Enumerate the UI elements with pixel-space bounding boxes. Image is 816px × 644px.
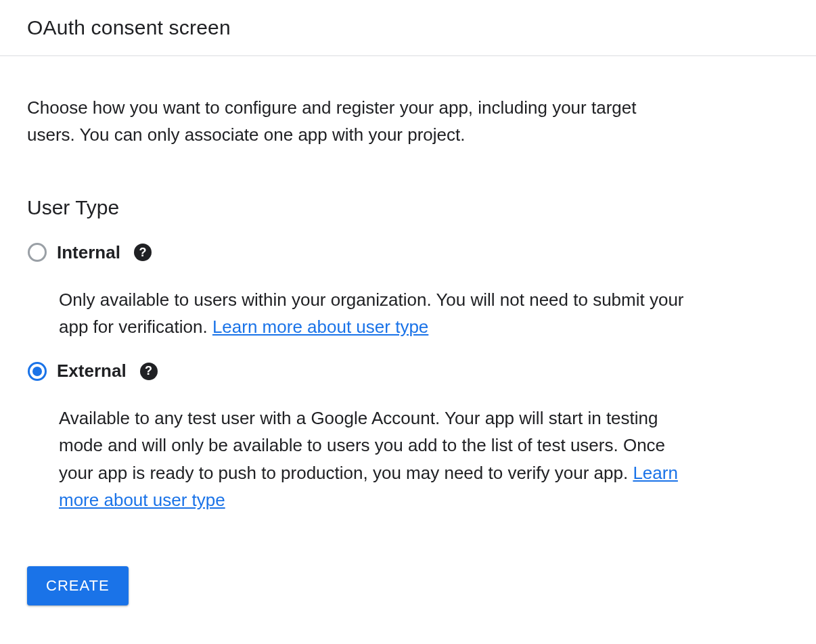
main-content: Choose how you want to configure and reg… xyxy=(0,56,731,632)
radio-option-internal: Internal ? Only available to users withi… xyxy=(27,242,704,341)
radio-label-external[interactable]: External xyxy=(57,361,127,382)
radio-external[interactable] xyxy=(27,361,47,382)
page-title: OAuth consent screen xyxy=(27,16,789,39)
radio-row-internal: Internal ? xyxy=(27,242,704,263)
radio-label-internal[interactable]: Internal xyxy=(57,242,120,263)
radio-dot-icon xyxy=(32,367,42,376)
external-description: Available to any test user with a Google… xyxy=(59,405,704,513)
radio-option-external: External ? Available to any test user wi… xyxy=(27,361,704,513)
radio-circle-selected-icon xyxy=(28,362,47,381)
external-description-text: Available to any test user with a Google… xyxy=(59,408,665,483)
internal-description: Only available to users within your orga… xyxy=(59,286,704,341)
radio-row-external: External ? xyxy=(27,361,704,382)
user-type-heading: User Type xyxy=(27,196,704,219)
intro-text: Choose how you want to configure and reg… xyxy=(27,94,677,149)
radio-circle-icon xyxy=(28,243,47,262)
user-type-radio-group: Internal ? Only available to users withi… xyxy=(27,242,704,514)
learn-more-link-internal[interactable]: Learn more about user type xyxy=(212,317,428,337)
help-icon[interactable]: ? xyxy=(134,244,152,261)
help-icon[interactable]: ? xyxy=(140,363,158,380)
create-button[interactable]: CREATE xyxy=(27,566,129,605)
radio-internal[interactable] xyxy=(27,242,47,262)
page-header: OAuth consent screen xyxy=(0,0,816,56)
